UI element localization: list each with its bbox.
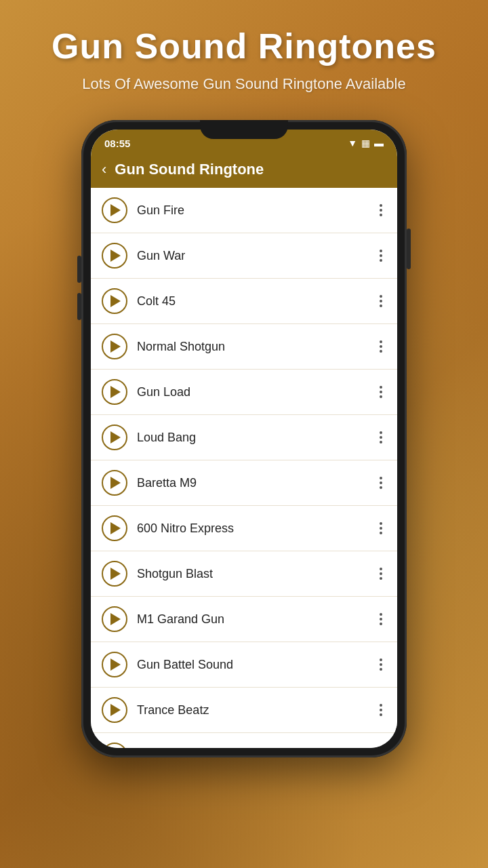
- more-options-button[interactable]: [375, 565, 386, 583]
- dot: [380, 486, 382, 489]
- ringtone-name: Baretta M9: [137, 476, 366, 490]
- play-button[interactable]: [102, 197, 127, 223]
- ringtone-list[interactable]: Gun Fire Gun War Colt 45: [91, 188, 397, 748]
- play-button[interactable]: [102, 743, 127, 748]
- play-button[interactable]: [102, 652, 127, 677]
- list-item[interactable]: Gun Fire: [91, 188, 397, 233]
- status-icons: ▼ ▦ ▬: [348, 138, 384, 149]
- more-options-button[interactable]: [375, 701, 386, 719]
- volume-down-button: [77, 293, 81, 320]
- ringtone-name: Colt 45: [137, 294, 366, 309]
- dot: [380, 577, 382, 580]
- dot: [380, 481, 382, 484]
- play-icon: [110, 522, 121, 534]
- ringtone-name: Gun Fire: [137, 203, 366, 218]
- dot: [380, 295, 382, 298]
- play-button[interactable]: [102, 470, 127, 496]
- play-button[interactable]: [102, 243, 127, 269]
- list-item[interactable]: Gun War: [91, 233, 397, 279]
- phone-screen: 08:55 ▼ ▦ ▬ ‹ Gun Sound Ringtone Gun Fir…: [91, 130, 397, 748]
- more-options-button[interactable]: [375, 519, 386, 537]
- more-options-button[interactable]: [375, 429, 386, 446]
- more-options-button[interactable]: [375, 383, 386, 401]
- battery-icon: ▬: [374, 138, 384, 149]
- play-icon: [110, 250, 121, 262]
- more-options-button[interactable]: [375, 247, 386, 264]
- dot: [380, 340, 382, 343]
- list-item[interactable]: Baretta M9: [91, 460, 397, 506]
- list-item[interactable]: Shotgun Blast: [91, 551, 397, 597]
- dot: [380, 386, 382, 389]
- dot: [380, 623, 382, 625]
- dot: [380, 436, 382, 439]
- dot: [380, 618, 382, 620]
- dot: [380, 209, 382, 212]
- ringtone-name: Loud Bang: [137, 431, 366, 445]
- back-button[interactable]: ‹: [102, 162, 106, 177]
- ringtone-name: M1 Garand Gun: [137, 612, 366, 627]
- volume-up-button: [77, 256, 81, 283]
- dot: [380, 250, 382, 252]
- list-item[interactable]: Trance Harmony: [91, 733, 397, 748]
- dot: [380, 613, 382, 616]
- dot: [380, 532, 382, 534]
- dot: [380, 441, 382, 443]
- list-item[interactable]: Normal Shotgun: [91, 324, 397, 370]
- more-options-button[interactable]: [375, 610, 386, 628]
- dot: [380, 568, 382, 570]
- list-item[interactable]: Gun Load: [91, 370, 397, 415]
- dot: [380, 477, 382, 479]
- dot: [380, 431, 382, 434]
- play-button[interactable]: [102, 379, 127, 405]
- status-time: 08:55: [104, 138, 130, 149]
- dot: [380, 391, 382, 393]
- more-options-button[interactable]: [375, 338, 386, 355]
- play-button[interactable]: [102, 288, 127, 314]
- play-button[interactable]: [102, 334, 127, 359]
- list-item[interactable]: Loud Bang: [91, 415, 397, 460]
- list-item[interactable]: Colt 45: [91, 279, 397, 324]
- signal-icon: ▦: [361, 138, 370, 149]
- dot: [380, 300, 382, 302]
- phone-mockup: 08:55 ▼ ▦ ▬ ‹ Gun Sound Ringtone Gun Fir…: [81, 120, 407, 757]
- dot: [380, 658, 382, 661]
- dot: [380, 350, 382, 353]
- dot: [380, 345, 382, 348]
- list-item[interactable]: Gun Battel Sound: [91, 642, 397, 688]
- ringtone-name: Gun Load: [137, 385, 366, 399]
- dot: [380, 304, 382, 307]
- dot: [380, 214, 382, 216]
- list-item[interactable]: M1 Garand Gun: [91, 597, 397, 642]
- dot: [380, 522, 382, 525]
- subtitle: Lots Of Awesome Gun Sound Ringtone Avail…: [20, 75, 468, 93]
- play-button[interactable]: [102, 697, 127, 723]
- play-button[interactable]: [102, 425, 127, 450]
- play-button[interactable]: [102, 606, 127, 632]
- ringtone-name: Trance Beatz: [137, 703, 366, 717]
- more-options-button[interactable]: [375, 656, 386, 673]
- dot: [380, 395, 382, 398]
- play-button[interactable]: [102, 561, 127, 587]
- play-button[interactable]: [102, 515, 127, 541]
- play-icon: [110, 431, 121, 443]
- phone-notch: [200, 120, 288, 139]
- more-options-button[interactable]: [375, 292, 386, 310]
- more-options-button[interactable]: [375, 474, 386, 492]
- play-icon: [110, 658, 121, 671]
- more-options-button[interactable]: [375, 747, 386, 748]
- ringtone-name: Gun Battel Sound: [137, 658, 366, 672]
- ringtone-name: Gun War: [137, 249, 366, 263]
- list-item[interactable]: Trance Beatz: [91, 688, 397, 733]
- ringtone-name: 600 Nitro Express: [137, 521, 366, 536]
- play-icon: [110, 204, 121, 216]
- more-options-button[interactable]: [375, 201, 386, 219]
- header-section: Gun Sound Ringtones Lots Of Awesome Gun …: [0, 0, 488, 106]
- dot: [380, 204, 382, 207]
- list-item[interactable]: 600 Nitro Express: [91, 506, 397, 551]
- dot: [380, 663, 382, 666]
- dot: [380, 704, 382, 707]
- ringtone-name: Shotgun Blast: [137, 567, 366, 581]
- play-icon: [110, 295, 121, 307]
- play-icon: [110, 386, 121, 398]
- dot: [380, 713, 382, 716]
